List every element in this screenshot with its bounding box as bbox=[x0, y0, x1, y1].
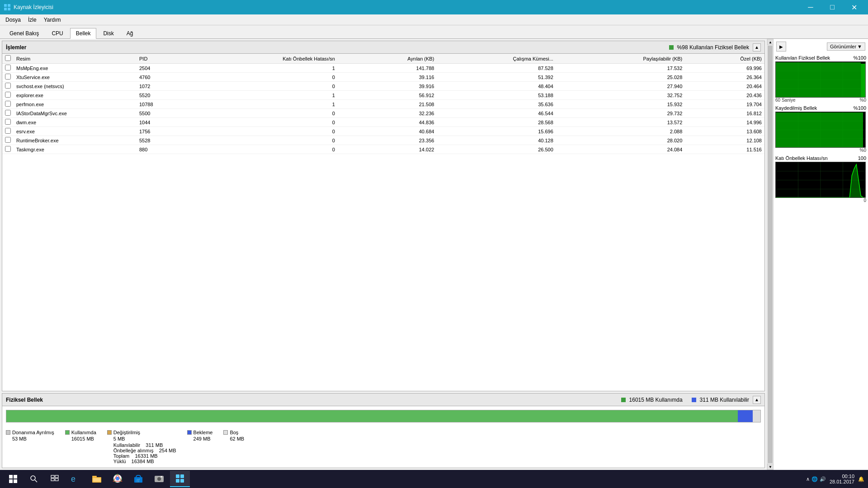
row-name-7: esrv.exe bbox=[14, 127, 137, 136]
table-row[interactable]: perfmon.exe 10788 1 21.508 35.636 15.932… bbox=[2, 100, 764, 109]
row-workingset-3: 53.188 bbox=[437, 91, 556, 100]
menu-yardim[interactable]: Yardım bbox=[40, 16, 65, 24]
col-hard-faults[interactable]: Katı Önbellek Hatası/sn bbox=[179, 54, 338, 64]
col-working-set[interactable]: Çalışma Kümesi... bbox=[437, 54, 556, 64]
table-row[interactable]: esrv.exe 1756 0 40.684 15.696 2.088 13.6… bbox=[2, 127, 764, 136]
legend-hardware: Donanıma Ayrılmış 53 MB bbox=[6, 430, 54, 464]
processes-status: %98 Kullanılan Fiziksel Bellek ▲ bbox=[669, 43, 761, 52]
row-checkbox-7[interactable] bbox=[2, 127, 14, 136]
row-checkbox-6[interactable] bbox=[2, 118, 14, 127]
table-row[interactable]: RuntimeBroker.exe 5528 0 23.356 40.128 2… bbox=[2, 136, 764, 145]
notification-icon[interactable]: 🔔 bbox=[858, 476, 864, 482]
tray-up-arrow[interactable]: ∧ bbox=[806, 476, 810, 482]
memory-bar-rest bbox=[753, 410, 760, 422]
right-panel-expand-btn[interactable]: ▶ bbox=[776, 42, 786, 52]
title-bar-left: Kaynak İzleyicisi bbox=[4, 4, 53, 11]
row-pid-7: 1756 bbox=[137, 127, 179, 136]
row-checkbox-9[interactable] bbox=[2, 145, 14, 154]
taskbar: e 🛒 ∧ 🌐 bbox=[0, 470, 868, 488]
row-private-9: 11.516 bbox=[685, 145, 764, 154]
row-hardfaults-6: 0 bbox=[179, 118, 338, 127]
taskbar-app-edge[interactable]: e bbox=[66, 471, 86, 487]
col-committed[interactable]: Ayrılan (KB) bbox=[338, 54, 437, 64]
blue-dot-phys bbox=[692, 398, 696, 402]
svg-rect-35 bbox=[55, 479, 58, 481]
legend-value-hardware: 53 MB bbox=[6, 436, 54, 441]
row-workingset-1: 51.392 bbox=[437, 73, 556, 82]
svg-rect-48 bbox=[176, 474, 179, 478]
maximize-button[interactable]: □ bbox=[822, 0, 843, 14]
row-private-8: 12.108 bbox=[685, 136, 764, 145]
chart-physical-canvas bbox=[775, 61, 866, 98]
process-table-container[interactable]: Resim PID Katı Önbellek Hatası/sn Ayrıla… bbox=[2, 54, 764, 391]
main-scrollbar[interactable]: ▲ ▼ bbox=[767, 39, 773, 470]
row-checkbox-4[interactable] bbox=[2, 100, 14, 109]
scroll-up-arrow[interactable]: ▲ bbox=[767, 39, 774, 45]
row-checkbox-1[interactable] bbox=[2, 73, 14, 82]
start-button[interactable] bbox=[4, 471, 23, 487]
table-row[interactable]: Taskmgr.exe 880 0 14.022 26.500 24.084 1… bbox=[2, 145, 764, 154]
table-row[interactable]: dwm.exe 1044 0 44.836 28.568 13.572 14.9… bbox=[2, 118, 764, 127]
menu-izle[interactable]: İzle bbox=[24, 16, 40, 24]
row-checkbox-0[interactable] bbox=[2, 64, 14, 73]
row-private-0: 69.996 bbox=[685, 64, 764, 73]
chart-physical-axis: 60 Saniye %0 bbox=[775, 98, 866, 103]
row-checkbox-3[interactable] bbox=[2, 91, 14, 100]
row-shareable-0: 17.532 bbox=[556, 64, 685, 73]
row-committed-3: 56.912 bbox=[338, 91, 437, 100]
row-private-4: 19.704 bbox=[685, 100, 764, 109]
row-pid-3: 5520 bbox=[137, 91, 179, 100]
col-checkbox[interactable] bbox=[2, 54, 14, 64]
legend-value-inuse: 16015 MB bbox=[65, 436, 96, 441]
table-row[interactable]: svchost.exe (netsvcs) 1072 0 39.916 48.4… bbox=[2, 82, 764, 91]
processes-section-header: İşlemler %98 Kullanılan Fiziksel Bellek … bbox=[2, 41, 764, 54]
row-hardfaults-7: 0 bbox=[179, 127, 338, 136]
row-pid-2: 1072 bbox=[137, 82, 179, 91]
legend-label-standby: Bekleme bbox=[193, 430, 213, 435]
processes-collapse-btn[interactable]: ▲ bbox=[753, 43, 761, 52]
phys-mem-collapse-btn[interactable]: ▲ bbox=[753, 396, 761, 404]
table-row[interactable]: IAStorDataMgrSvc.exe 5500 0 32.236 46.54… bbox=[2, 109, 764, 118]
tab-cpu[interactable]: CPU bbox=[46, 28, 69, 38]
tab-disk[interactable]: Disk bbox=[97, 28, 119, 38]
taskbar-app-chrome[interactable] bbox=[108, 471, 127, 487]
tab-bellek[interactable]: Bellek bbox=[70, 28, 97, 39]
svg-rect-1 bbox=[8, 4, 10, 7]
tab-genel-bakis[interactable]: Genel Bakış bbox=[4, 28, 45, 38]
search-button[interactable] bbox=[24, 471, 43, 487]
taskbar-app-resource-monitor[interactable] bbox=[170, 471, 190, 487]
chart-faults-title: Katı Önbellek Hatası/sn bbox=[775, 155, 828, 161]
taskbar-app-explorer[interactable] bbox=[87, 471, 107, 487]
svg-rect-0 bbox=[4, 4, 7, 7]
table-row[interactable]: explorer.exe 5520 1 56.912 53.188 32.752… bbox=[2, 91, 764, 100]
col-private[interactable]: Özel (KB) bbox=[685, 54, 764, 64]
row-checkbox-2[interactable] bbox=[2, 82, 14, 91]
process-table: Resim PID Katı Önbellek Hatası/sn Ayrıla… bbox=[2, 54, 764, 154]
row-checkbox-8[interactable] bbox=[2, 136, 14, 145]
taskbar-app-store[interactable]: 🛒 bbox=[128, 471, 148, 487]
table-row[interactable]: MsMpEng.exe 2504 1 141.788 87.528 17.532… bbox=[2, 64, 764, 73]
col-shareable[interactable]: Paylaşılabilir (KB) bbox=[556, 54, 685, 64]
row-private-6: 14.996 bbox=[685, 118, 764, 127]
row-checkbox-5[interactable] bbox=[2, 109, 14, 118]
detail-value-installed: 16384 MB bbox=[132, 459, 154, 464]
scroll-down-arrow[interactable]: ▼ bbox=[767, 464, 774, 470]
select-all-checkbox[interactable] bbox=[5, 55, 11, 61]
row-hardfaults-2: 0 bbox=[179, 82, 338, 91]
row-hardfaults-5: 0 bbox=[179, 109, 338, 118]
col-resim[interactable]: Resim bbox=[14, 54, 137, 64]
taskbar-time[interactable]: 00:10 28.01.2017 bbox=[830, 474, 854, 484]
scroll-thumb[interactable] bbox=[768, 46, 773, 463]
table-row[interactable]: XtuService.exe 4760 0 39.116 51.392 25.0… bbox=[2, 73, 764, 82]
memory-bar-used bbox=[6, 410, 738, 422]
views-label: Görünümler bbox=[830, 44, 856, 49]
col-pid[interactable]: PID bbox=[137, 54, 179, 64]
chart-physical-memory: Kullanılan Fiziksel Bellek %100 bbox=[775, 54, 866, 103]
views-button[interactable]: Görünümler ▼ bbox=[827, 42, 865, 51]
menu-dosya[interactable]: Dosya bbox=[2, 16, 24, 24]
minimize-button[interactable]: ─ bbox=[800, 0, 821, 14]
tab-ag[interactable]: Ağ bbox=[121, 28, 139, 38]
close-button[interactable]: ✕ bbox=[844, 0, 864, 14]
taskbar-app-photos[interactable] bbox=[149, 471, 169, 487]
task-view-button[interactable] bbox=[45, 471, 64, 487]
